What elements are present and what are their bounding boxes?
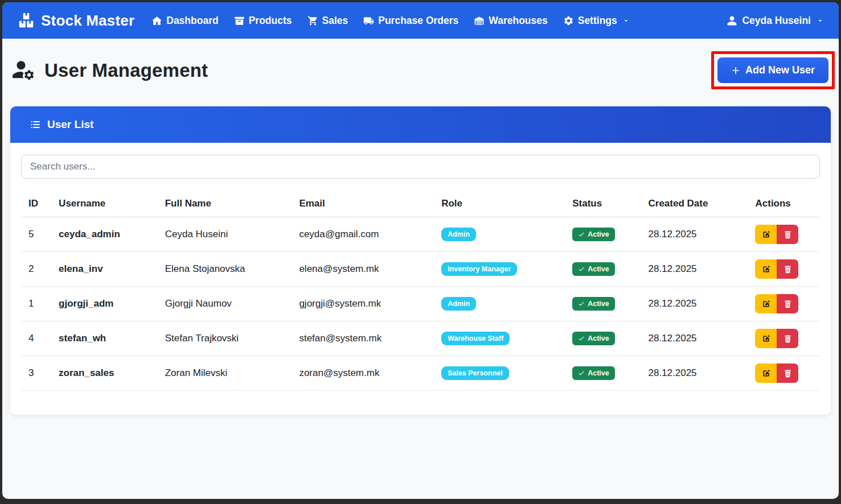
page-title-text: User Management	[44, 60, 208, 81]
cell-full-name: Gjorgji Naumov	[159, 287, 294, 321]
boxes-logo-icon	[17, 11, 35, 30]
cell-status: Active	[567, 287, 642, 321]
nav-label: Warehouses	[489, 15, 547, 27]
house-icon	[151, 15, 162, 26]
cell-created-date: 28.12.2025	[642, 321, 749, 356]
status-label: Active	[588, 370, 609, 377]
edit-button[interactable]	[755, 225, 777, 244]
delete-button[interactable]	[777, 225, 798, 244]
delete-button[interactable]	[777, 363, 798, 383]
check-icon	[578, 266, 585, 272]
actions-button-group	[755, 363, 798, 383]
trash-icon	[783, 299, 793, 309]
cell-actions	[749, 356, 820, 391]
search-input[interactable]	[21, 155, 820, 179]
cell-email: gjorgji@system.mk	[293, 287, 436, 321]
pen-to-square-icon	[761, 265, 771, 274]
pen-to-square-icon	[761, 299, 771, 309]
actions-button-group	[755, 259, 798, 279]
nav-label: Settings	[578, 15, 617, 27]
nav-item-purchase-orders[interactable]: Purchase Orders	[363, 15, 458, 27]
status-badge: Active	[572, 366, 615, 381]
cell-id: 1	[21, 287, 53, 321]
cell-role: Admin	[436, 217, 567, 252]
card-body: ID Username Full Name Email Role Status …	[10, 143, 831, 415]
user-gear-icon	[11, 59, 36, 82]
cell-full-name: Elena Stojanovska	[159, 252, 294, 287]
cell-created-date: 28.12.2025	[642, 252, 749, 287]
app-window: Stock Master Dashboard Products Sales Pu…	[2, 2, 839, 499]
user-list-card: User List ID Username Full Name Email Ro…	[10, 106, 831, 415]
add-new-user-button[interactable]: Add New User	[717, 57, 828, 83]
cell-email: stefan@system.mk	[293, 321, 436, 356]
cell-actions	[749, 252, 820, 287]
card-title: User List	[47, 118, 93, 131]
cell-role: Inventory Manager	[436, 252, 567, 287]
edit-button[interactable]	[755, 363, 777, 383]
status-label: Active	[588, 300, 609, 308]
pen-to-square-icon	[761, 369, 771, 378]
role-badge: Warehouse Staff	[441, 332, 510, 346]
truck-icon	[363, 15, 374, 26]
nav-label: Purchase Orders	[378, 15, 458, 27]
nav-item-warehouses[interactable]: Warehouses	[474, 15, 547, 27]
column-header-fullname: Full Name	[159, 191, 294, 217]
nav-item-sales[interactable]: Sales	[307, 15, 348, 27]
cell-status: Active	[567, 356, 642, 391]
column-header-actions: Actions	[749, 191, 820, 217]
actions-button-group	[755, 329, 798, 348]
cell-id: 5	[21, 217, 53, 252]
cell-id: 4	[21, 321, 53, 356]
nav-item-dashboard[interactable]: Dashboard	[151, 15, 218, 27]
gear-icon	[563, 15, 574, 26]
delete-button[interactable]	[777, 294, 798, 313]
top-navbar: Stock Master Dashboard Products Sales Pu…	[2, 2, 839, 39]
edit-button[interactable]	[755, 294, 777, 313]
cell-created-date: 28.12.2025	[642, 217, 749, 252]
cell-created-date: 28.12.2025	[642, 287, 749, 321]
cell-email: zoran@system.mk	[293, 356, 436, 391]
pen-to-square-icon	[761, 230, 771, 239]
status-badge: Active	[572, 262, 615, 276]
cell-username: zoran_sales	[53, 356, 159, 391]
table-row: 5 ceyda_admin Ceyda Huseini ceyda@gmail.…	[21, 217, 820, 252]
status-badge: Active	[572, 297, 615, 311]
user-menu[interactable]: Ceyda Huseini	[727, 15, 824, 27]
list-icon	[30, 119, 41, 130]
delete-button[interactable]	[777, 329, 798, 348]
plus-icon	[731, 66, 740, 75]
cell-email: ceyda@gmail.com	[293, 217, 436, 252]
nav-label: Dashboard	[166, 15, 218, 27]
column-header-status: Status	[567, 191, 642, 217]
warehouse-icon	[474, 15, 485, 26]
edit-button[interactable]	[755, 329, 777, 348]
column-header-email: Email	[293, 191, 436, 217]
add-new-user-label: Add New User	[745, 64, 815, 76]
box-icon	[234, 15, 245, 26]
users-table: ID Username Full Name Email Role Status …	[21, 191, 820, 391]
nav-item-settings[interactable]: Settings	[563, 15, 630, 27]
cell-username: gjorgji_adm	[53, 287, 159, 321]
nav-item-products[interactable]: Products	[234, 15, 292, 27]
table-head: ID Username Full Name Email Role Status …	[21, 191, 820, 217]
status-badge: Active	[572, 332, 615, 346]
edit-button[interactable]	[755, 259, 777, 279]
check-icon	[578, 370, 585, 377]
user-icon	[727, 15, 737, 26]
status-badge: Active	[572, 228, 615, 242]
brand-title: Stock Master	[41, 12, 134, 30]
nav-label: Sales	[322, 15, 348, 27]
trash-icon	[783, 230, 793, 239]
cell-actions	[749, 321, 820, 356]
nav-label: Products	[249, 15, 292, 27]
highlight-annotation: Add New User	[711, 51, 835, 89]
brand[interactable]: Stock Master	[17, 11, 134, 30]
delete-button[interactable]	[777, 259, 798, 279]
status-label: Active	[588, 266, 609, 273]
check-icon	[578, 335, 585, 342]
status-label: Active	[588, 231, 609, 238]
table-row: 2 elena_inv Elena Stojanovska elena@syst…	[21, 252, 820, 287]
cell-role: Admin	[436, 287, 567, 321]
user-table-body: 5 ceyda_admin Ceyda Huseini ceyda@gmail.…	[21, 217, 820, 391]
actions-button-group	[755, 294, 798, 313]
